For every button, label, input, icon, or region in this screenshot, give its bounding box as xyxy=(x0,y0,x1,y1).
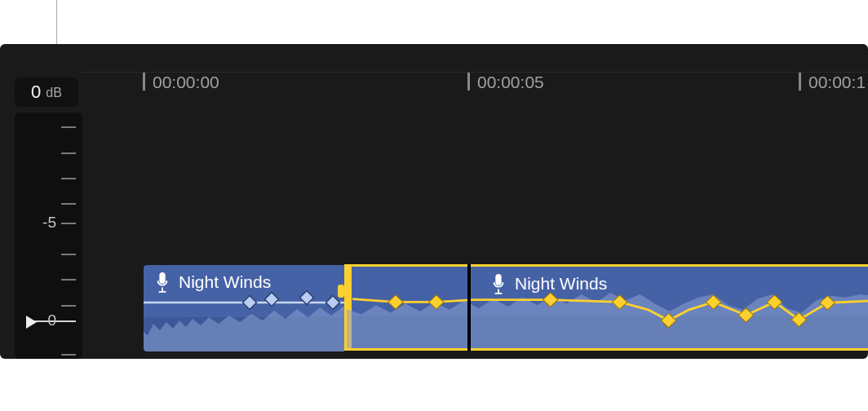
scale-tick xyxy=(61,305,76,307)
scale-tick xyxy=(61,223,76,224)
svg-rect-5 xyxy=(338,285,344,298)
scale-tick xyxy=(61,254,76,255)
timeline-panel: 0 dB -50 00:00:0000:00:0500:00:1 Night W… xyxy=(0,44,868,359)
clip-name: Night Winds xyxy=(515,274,607,294)
ruler-tick xyxy=(467,73,470,91)
scale-tick xyxy=(61,354,76,356)
svg-rect-1 xyxy=(243,296,257,310)
scale-label: -5 xyxy=(42,214,56,232)
svg-rect-22 xyxy=(494,293,502,294)
clip-label: Night Winds xyxy=(153,272,271,293)
clip-split-line[interactable] xyxy=(467,264,471,351)
microphone-icon xyxy=(489,273,507,294)
svg-rect-4 xyxy=(326,296,340,310)
svg-rect-2 xyxy=(265,293,279,307)
svg-rect-21 xyxy=(495,274,501,285)
clip-label: Night Winds xyxy=(489,273,607,294)
volume-db-badge[interactable]: 0 dB xyxy=(15,77,78,107)
clip-name: Night Winds xyxy=(179,272,271,292)
tracks-area: Night Winds Night Winds xyxy=(143,264,868,351)
scale-zero-marker-icon[interactable] xyxy=(26,316,37,329)
clip-graphics xyxy=(347,267,868,348)
time-ruler[interactable]: 00:00:0000:00:0500:00:1 xyxy=(82,72,868,107)
audio-clip-selected[interactable]: Night Winds xyxy=(344,264,868,351)
scale-tick xyxy=(61,279,76,281)
volume-scale: -50 xyxy=(15,113,82,359)
ruler-timecode: 00:00:00 xyxy=(153,73,219,92)
scale-tick xyxy=(61,203,76,205)
svg-rect-6 xyxy=(159,272,165,284)
scale-tick xyxy=(61,178,76,179)
microphone-icon xyxy=(153,272,171,293)
ruler-timecode: 00:00:05 xyxy=(477,73,544,92)
svg-rect-7 xyxy=(158,291,166,293)
scale-tick xyxy=(61,152,76,154)
scale-label: 0 xyxy=(47,312,56,329)
audio-clip[interactable]: Night Winds xyxy=(143,264,345,352)
ruler-timecode: 00:00:1 xyxy=(808,73,866,92)
volume-db-value: 0 xyxy=(31,82,41,103)
ruler-tick xyxy=(799,73,801,91)
scale-tick xyxy=(61,126,76,128)
volume-db-unit: dB xyxy=(46,86,62,100)
ruler-tick xyxy=(143,73,145,91)
